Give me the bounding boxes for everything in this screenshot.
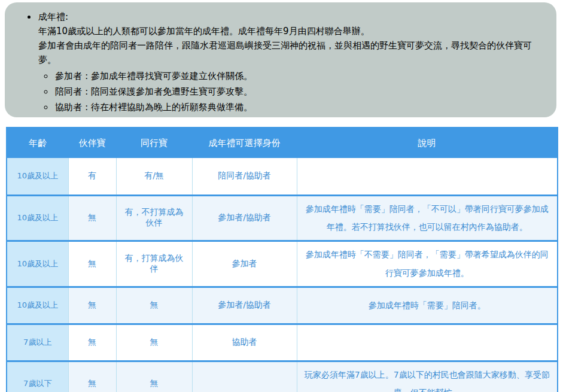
- cell-description: 參加成年禮時「需要」陪同者。: [297, 287, 558, 324]
- cell-partner-pokemon: 無: [68, 324, 116, 361]
- table-row: 10歲及以上無有，打算成為伙伴參加者參加成年禮時「不需要」陪同者，「需要」帶著希…: [7, 241, 558, 287]
- table-row: 10歲及以上有有/無陪同者/協助者: [7, 158, 558, 195]
- ceremony-table-wrap: 年齡 伙伴寶 同行寶 成年禮可選擇身份 說明 10歲及以上有有/無陪同者/協助者…: [6, 127, 558, 392]
- header-cell-age: 年齡: [7, 127, 68, 158]
- cell-partner-pokemon: 有: [68, 158, 116, 195]
- cell-partner-pokemon: 無: [68, 361, 116, 392]
- cell-age: 7歲以上: [7, 324, 68, 361]
- cell-companion-pokemon: 有，不打算成為伙伴: [116, 195, 192, 241]
- header-cell-companion-pokemon: 同行寶: [116, 127, 192, 158]
- role-sub-list: 參加者：參加成年禮尋找寶可夢並建立伙伴關係。 陪同者：陪同並保護參加者免遭野生寶…: [38, 68, 538, 115]
- ceremony-info-box: 成年禮: 年滿10歲或以上的人類都可以參加當年的成年禮。成年禮每年9月由四村聯合…: [5, 2, 556, 117]
- cell-age: 7歲以下: [7, 361, 68, 392]
- cell-description: [297, 324, 558, 361]
- ceremony-title: 成年禮:: [38, 10, 538, 24]
- table-row: 7歲以上無無協助者: [7, 324, 558, 361]
- cell-description: [297, 158, 558, 195]
- ceremony-table: 年齡 伙伴寶 同行寶 成年禮可選擇身份 說明 10歲及以上有有/無陪同者/協助者…: [6, 127, 558, 392]
- cell-ceremony-role: 參加者/協助者: [192, 195, 297, 241]
- cell-partner-pokemon: 無: [68, 195, 116, 241]
- sub-item-participant: 參加者：參加成年禮尋找寶可夢並建立伙伴關係。: [54, 68, 538, 84]
- cell-age: 10歲及以上: [7, 195, 68, 241]
- cell-description: 玩家必須年滿7歲以上。7歲以下的村民也會跟隨大家移動、享受節慶，但不能幫忙。: [297, 361, 558, 392]
- cell-ceremony-role: 協助者: [192, 324, 297, 361]
- cell-companion-pokemon: 無: [116, 361, 192, 392]
- table-header-row: 年齡 伙伴寶 同行寶 成年禮可選擇身份 說明: [7, 127, 558, 158]
- cell-ceremony-role: [192, 361, 297, 392]
- bullet-list: 成年禮: 年滿10歲或以上的人類都可以參加當年的成年禮。成年禮每年9月由四村聯合…: [23, 10, 538, 115]
- cell-description: 參加成年禮時「不需要」陪同者，「需要」帶著希望成為伙伴的同行寶可夢參加成年禮。: [297, 241, 558, 287]
- table-row: 7歲以下無無玩家必須年滿7歲以上。7歲以下的村民也會跟隨大家移動、享受節慶，但不…: [7, 361, 558, 392]
- cell-age: 10歲及以上: [7, 287, 68, 324]
- cell-age: 10歲及以上: [7, 158, 68, 195]
- cell-description: 參加成年禮時「需要」陪同者，「不可以」帶著同行寶可夢參加成年禮。若不打算找伙伴，…: [297, 195, 558, 241]
- cell-partner-pokemon: 無: [68, 241, 116, 287]
- header-cell-description: 說明: [297, 127, 558, 158]
- ceremony-line-1: 年滿10歲或以上的人類都可以參加當年的成年禮。成年禮每年9月由四村聯合舉辦。: [38, 24, 538, 38]
- cell-age: 10歲及以上: [7, 241, 68, 287]
- cell-partner-pokemon: 無: [68, 287, 116, 324]
- cell-companion-pokemon: 有/無: [116, 158, 192, 195]
- cell-ceremony-role: 參加者/協助者: [192, 287, 297, 324]
- table-row: 10歲及以上無有，不打算成為伙伴參加者/協助者參加成年禮時「需要」陪同者，「不可…: [7, 195, 558, 241]
- table-body: 10歲及以上有有/無陪同者/協助者10歲及以上無有，不打算成為伙伴參加者/協助者…: [7, 158, 558, 392]
- header-cell-partner-pokemon: 伙伴寶: [68, 127, 116, 158]
- header-cell-ceremony-role: 成年禮可選擇身份: [192, 127, 297, 158]
- ceremony-line-2: 參加者會由成年的陪同者一路陪伴，跟隨水君巡迴島嶼接受三湖神的祝福，並與相遇的野生…: [38, 38, 538, 67]
- sub-item-helper: 協助者：待在村裡協助為晚上的祈願祭典做準備。: [54, 99, 538, 115]
- cell-companion-pokemon: 無: [116, 324, 192, 361]
- cell-companion-pokemon: 無: [116, 287, 192, 324]
- list-item-ceremony: 成年禮: 年滿10歲或以上的人類都可以參加當年的成年禮。成年禮每年9月由四村聯合…: [37, 10, 538, 115]
- table-row: 10歲及以上無無參加者/協助者參加成年禮時「需要」陪同者。: [7, 287, 558, 324]
- cell-ceremony-role: 陪同者/協助者: [192, 158, 297, 195]
- sub-item-escort: 陪同者：陪同並保護參加者免遭野生寶可夢攻擊。: [54, 84, 538, 99]
- cell-ceremony-role: 參加者: [192, 241, 297, 287]
- cell-companion-pokemon: 有，打算成為伙伴: [116, 241, 192, 287]
